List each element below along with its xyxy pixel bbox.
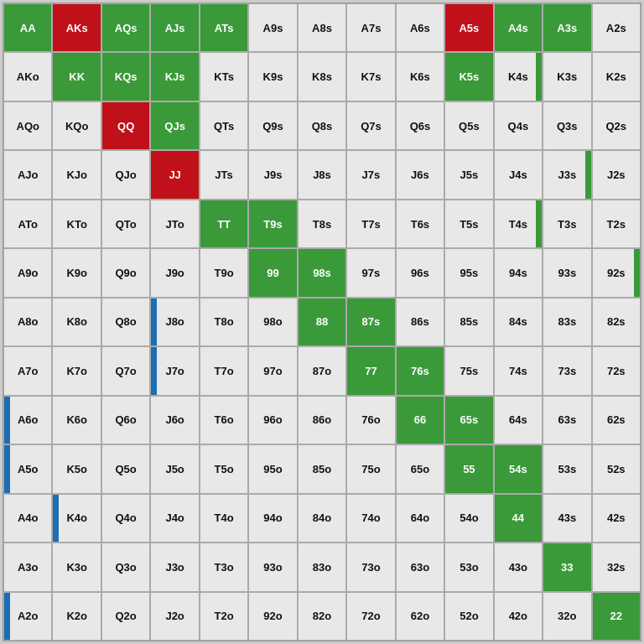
cell-t5o[interactable]: T5o: [200, 444, 248, 493]
cell-j3o[interactable]: J3o: [150, 543, 199, 591]
cell-q9s[interactable]: Q9s: [248, 101, 297, 150]
cell-t7o[interactable]: T7o: [200, 346, 248, 395]
cell-ato[interactable]: ATo: [3, 200, 52, 248]
cell-aqo[interactable]: AQo: [3, 101, 52, 150]
cell-62s[interactable]: 62s: [592, 396, 641, 444]
cell-22[interactable]: 22: [592, 592, 641, 641]
cell-85s[interactable]: 85s: [444, 298, 493, 346]
cell-kqs[interactable]: KQs: [101, 52, 150, 101]
cell-t6s[interactable]: T6s: [396, 200, 444, 248]
cell-65o[interactable]: 65o: [396, 444, 444, 493]
cell-j5o[interactable]: J5o: [150, 444, 199, 493]
cell-t4s[interactable]: T4s: [494, 200, 543, 248]
cell-q8o[interactable]: Q8o: [101, 298, 150, 346]
cell-q8s[interactable]: Q8s: [298, 101, 346, 150]
cell-72s[interactable]: 72s: [592, 346, 641, 395]
cell-t2o[interactable]: T2o: [200, 592, 248, 641]
cell-a7s[interactable]: A7s: [346, 3, 395, 52]
cell-97s[interactable]: 97s: [346, 248, 395, 297]
cell-j6o[interactable]: J6o: [150, 396, 199, 444]
cell-t6o[interactable]: T6o: [200, 396, 248, 444]
cell-ajs[interactable]: AJs: [150, 3, 199, 52]
cell-q9o[interactable]: Q9o: [101, 248, 150, 297]
cell-96s[interactable]: 96s: [396, 248, 444, 297]
cell-85o[interactable]: 85o: [298, 444, 346, 493]
cell-k9o[interactable]: K9o: [52, 248, 101, 297]
cell-53s[interactable]: 53s: [543, 444, 591, 493]
cell-a4s[interactable]: A4s: [494, 3, 543, 52]
cell-k9s[interactable]: K9s: [248, 52, 297, 101]
cell-93o[interactable]: 93o: [248, 543, 297, 591]
cell-k4o[interactable]: K4o: [52, 494, 101, 543]
cell-76s[interactable]: 76s: [396, 346, 444, 395]
cell-j8o[interactable]: J8o: [150, 298, 199, 346]
cell-k4s[interactable]: K4s: [494, 52, 543, 101]
cell-87o[interactable]: 87o: [298, 346, 346, 395]
cell-74s[interactable]: 74s: [494, 346, 543, 395]
cell-j4s[interactable]: J4s: [494, 150, 543, 199]
cell-j9o[interactable]: J9o: [150, 248, 199, 297]
cell-95o[interactable]: 95o: [248, 444, 297, 493]
cell-jto[interactable]: JTo: [150, 200, 199, 248]
cell-ako[interactable]: AKo: [3, 52, 52, 101]
cell-q5o[interactable]: Q5o: [101, 444, 150, 493]
cell-97o[interactable]: 97o: [248, 346, 297, 395]
cell-92o[interactable]: 92o: [248, 592, 297, 641]
cell-j9s[interactable]: J9s: [248, 150, 297, 199]
cell-j2s[interactable]: J2s: [592, 150, 641, 199]
cell-kqo[interactable]: KQo: [52, 101, 101, 150]
cell-95s[interactable]: 95s: [444, 248, 493, 297]
cell-qjs[interactable]: QJs: [150, 101, 199, 150]
cell-k8s[interactable]: K8s: [298, 52, 346, 101]
cell-j8s[interactable]: J8s: [298, 150, 346, 199]
cell-t3s[interactable]: T3s: [543, 200, 591, 248]
cell-t7s[interactable]: T7s: [346, 200, 395, 248]
cell-t3o[interactable]: T3o: [200, 543, 248, 591]
cell-63o[interactable]: 63o: [396, 543, 444, 591]
cell-t8o[interactable]: T8o: [200, 298, 248, 346]
cell-a5s[interactable]: A5s: [444, 3, 493, 52]
cell-t8s[interactable]: T8s: [298, 200, 346, 248]
cell-94o[interactable]: 94o: [248, 494, 297, 543]
cell-kk[interactable]: KK: [52, 52, 101, 101]
cell-q5s[interactable]: Q5s: [444, 101, 493, 150]
cell-j7o[interactable]: J7o: [150, 346, 199, 395]
cell-54s[interactable]: 54s: [494, 444, 543, 493]
cell-a8o[interactable]: A8o: [3, 298, 52, 346]
cell-88[interactable]: 88: [298, 298, 346, 346]
cell-99[interactable]: 99: [248, 248, 297, 297]
cell-q6s[interactable]: Q6s: [396, 101, 444, 150]
cell-74o[interactable]: 74o: [346, 494, 395, 543]
cell-aa[interactable]: AA: [3, 3, 52, 52]
cell-k5o[interactable]: K5o: [52, 444, 101, 493]
cell-98s[interactable]: 98s: [298, 248, 346, 297]
cell-83o[interactable]: 83o: [298, 543, 346, 591]
cell-a3s[interactable]: A3s: [543, 3, 591, 52]
cell-43s[interactable]: 43s: [543, 494, 591, 543]
cell-j4o[interactable]: J4o: [150, 494, 199, 543]
cell-93s[interactable]: 93s: [543, 248, 591, 297]
cell-aks[interactable]: AKs: [52, 3, 101, 52]
cell-65s[interactable]: 65s: [444, 396, 493, 444]
cell-q7o[interactable]: Q7o: [101, 346, 150, 395]
cell-a5o[interactable]: A5o: [3, 444, 52, 493]
cell-a7o[interactable]: A7o: [3, 346, 52, 395]
cell-q2s[interactable]: Q2s: [592, 101, 641, 150]
cell-66[interactable]: 66: [396, 396, 444, 444]
cell-j6s[interactable]: J6s: [396, 150, 444, 199]
cell-aqs[interactable]: AQs: [101, 3, 150, 52]
cell-qts[interactable]: QTs: [200, 101, 248, 150]
cell-q4o[interactable]: Q4o: [101, 494, 150, 543]
cell-42o[interactable]: 42o: [494, 592, 543, 641]
cell-55[interactable]: 55: [444, 444, 493, 493]
cell-a2o[interactable]: A2o: [3, 592, 52, 641]
cell-98o[interactable]: 98o: [248, 298, 297, 346]
cell-86s[interactable]: 86s: [396, 298, 444, 346]
cell-92s[interactable]: 92s: [592, 248, 641, 297]
cell-t2s[interactable]: T2s: [592, 200, 641, 248]
cell-a6s[interactable]: A6s: [396, 3, 444, 52]
cell-k7s[interactable]: K7s: [346, 52, 395, 101]
cell-k3o[interactable]: K3o: [52, 543, 101, 591]
cell-k6s[interactable]: K6s: [396, 52, 444, 101]
cell-73s[interactable]: 73s: [543, 346, 591, 395]
